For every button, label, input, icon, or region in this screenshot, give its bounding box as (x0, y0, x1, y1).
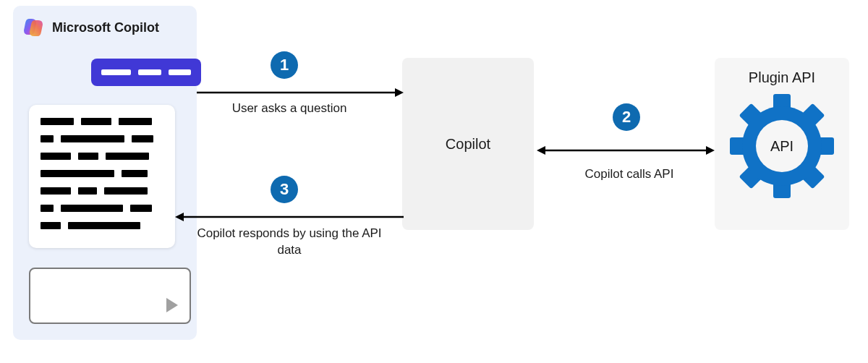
step-label-1: User asks a question (217, 101, 362, 116)
placeholder-line (68, 222, 140, 229)
placeholder-line (61, 135, 124, 142)
copilot-panel: Microsoft Copilot (13, 6, 197, 340)
step-label-3: Copilot responds by using the API data (195, 226, 383, 259)
placeholder-line (119, 118, 152, 125)
placeholder-line (101, 69, 131, 75)
user-message-bubble (91, 59, 201, 86)
placeholder-line (138, 69, 161, 75)
placeholder-line (61, 205, 123, 212)
api-gear-label: API (728, 92, 836, 200)
placeholder-line (169, 69, 191, 75)
gear-icon: API (728, 92, 836, 200)
send-icon[interactable] (166, 298, 178, 312)
plugin-api-node: Plugin API (715, 58, 849, 230)
arrow-step-2 (535, 143, 716, 158)
svg-marker-11 (395, 88, 404, 97)
step-badge-2: 2 (613, 103, 640, 131)
placeholder-line (81, 118, 111, 125)
copilot-node: Copilot (402, 58, 534, 230)
placeholder-line (41, 153, 71, 160)
svg-marker-14 (706, 146, 715, 155)
step-number: 1 (280, 56, 289, 74)
placeholder-line (78, 153, 98, 160)
placeholder-line (132, 135, 153, 142)
step-label-2: Copilot calls API (571, 167, 687, 182)
step-number: 2 (622, 108, 631, 127)
arrow-step-1 (195, 85, 405, 100)
chat-input-box[interactable] (29, 268, 191, 324)
panel-title: Microsoft Copilot (52, 20, 159, 35)
plugin-api-title: Plugin API (749, 69, 815, 86)
placeholder-line (41, 205, 54, 212)
copilot-logo-icon (22, 16, 45, 39)
copilot-node-label: Copilot (446, 136, 490, 153)
placeholder-line (41, 170, 114, 177)
arrow-step-3 (174, 210, 405, 224)
placeholder-line (41, 118, 74, 125)
placeholder-line (41, 135, 54, 142)
placeholder-line (78, 187, 97, 195)
diagram-canvas: Microsoft Copilot Copilot Plugin API (0, 0, 868, 363)
placeholder-line (41, 222, 61, 229)
step-badge-1: 1 (271, 51, 298, 79)
step-number: 3 (280, 180, 289, 199)
step-badge-3: 3 (271, 176, 298, 203)
svg-marker-13 (537, 146, 545, 155)
response-card (29, 105, 175, 248)
copilot-header: Microsoft Copilot (13, 6, 197, 46)
placeholder-line (104, 187, 148, 195)
svg-marker-16 (175, 213, 184, 221)
placeholder-line (106, 153, 149, 160)
placeholder-line (41, 187, 71, 195)
placeholder-line (130, 205, 152, 212)
placeholder-line (122, 170, 148, 177)
